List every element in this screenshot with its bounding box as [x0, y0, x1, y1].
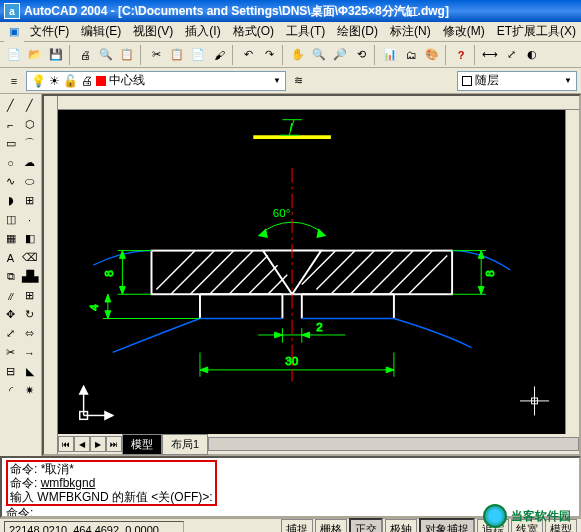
menu-format[interactable]: 格式(O) — [227, 21, 280, 42]
drawing-area[interactable]: I 60° — [58, 110, 565, 430]
layer-prev-icon[interactable]: ≋ — [288, 71, 308, 91]
text-icon[interactable]: A — [2, 249, 20, 267]
fillet-icon[interactable]: ◜ — [2, 382, 20, 400]
grid-toggle[interactable]: 栅格 — [315, 519, 347, 532]
copy-icon[interactable]: 📋 — [167, 45, 187, 65]
preview-icon[interactable]: 🔍 — [96, 45, 116, 65]
copy-obj-icon[interactable]: ⧉ — [2, 268, 20, 286]
undo-icon[interactable]: ↶ — [238, 45, 258, 65]
svg-line-29 — [408, 255, 447, 294]
zoom-prev-icon[interactable]: ⟲ — [351, 45, 371, 65]
redo-icon[interactable]: ↷ — [259, 45, 279, 65]
standard-toolbar: 📄 📂 💾 🖨 🔍 📋 ✂ 📋 📄 🖌 ↶ ↷ ✋ 🔍 🔎 ⟲ 📊 🗂 🎨 ? … — [0, 42, 581, 68]
ellipse-arc-icon[interactable]: ◗ — [2, 192, 20, 210]
polar-toggle[interactable]: 极轴 — [385, 519, 417, 532]
svg-text:2: 2 — [316, 320, 322, 333]
color-dropdown[interactable]: 随层 ▼ — [457, 71, 577, 91]
designcenter-icon[interactable]: 🗂 — [401, 45, 421, 65]
menu-tools[interactable]: 工具(T) — [280, 21, 331, 42]
print-icon[interactable]: 🖨 — [75, 45, 95, 65]
polygon-icon[interactable]: ⬡ — [21, 116, 39, 134]
zoom-win-icon[interactable]: 🔎 — [330, 45, 350, 65]
ortho-toggle[interactable]: 正交 — [349, 518, 383, 532]
stretch-icon[interactable]: ⬄ — [21, 325, 39, 343]
spline-icon[interactable]: ∿ — [2, 173, 20, 191]
scrollbar-vertical[interactable] — [565, 110, 579, 434]
control-icon[interactable]: ▣ — [4, 22, 24, 42]
circle-icon[interactable]: ○ — [2, 154, 20, 172]
dim-radius-icon[interactable]: ◐ — [522, 45, 542, 65]
menu-modify[interactable]: 修改(M) — [437, 21, 491, 42]
xline-icon[interactable]: ╱ — [21, 97, 39, 115]
svg-marker-50 — [275, 332, 283, 338]
menu-draw[interactable]: 绘图(D) — [331, 21, 384, 42]
cut-icon[interactable]: ✂ — [146, 45, 166, 65]
point-icon[interactable]: · — [21, 211, 39, 229]
svg-marker-45 — [478, 286, 484, 294]
layer-manager-icon[interactable]: ≡ — [4, 71, 24, 91]
draw-toolbar: ╱ ╱ ⌐ ⬡ ▭ ⌒ ○ ☁ ∿ ⬭ ◗ ⊞ ◫ · ▦ ◧ A ⌫ ⧉ ▟▙… — [0, 94, 42, 456]
menu-file[interactable]: 文件(F) — [24, 21, 75, 42]
extend-icon[interactable]: → — [21, 344, 39, 362]
menu-dimension[interactable]: 标注(N) — [384, 21, 437, 42]
menu-edit[interactable]: 编辑(E) — [75, 21, 127, 42]
rectangle-icon[interactable]: ▭ — [2, 135, 20, 153]
new-icon[interactable]: 📄 — [4, 45, 24, 65]
cmd-line-3: 输入 WMFBKGND 的新值 <关(OFF)>: — [10, 490, 213, 504]
toolpalette-icon[interactable]: 🎨 — [422, 45, 442, 65]
hatch-icon[interactable]: ▦ — [2, 230, 20, 248]
menu-et[interactable]: ET扩展工具(X) — [491, 21, 581, 42]
dim-aligned-icon[interactable]: ⤢ — [501, 45, 521, 65]
pline-icon[interactable]: ⌐ — [2, 116, 20, 134]
explode-icon[interactable]: ✷ — [21, 382, 39, 400]
region-icon[interactable]: ◧ — [21, 230, 39, 248]
tab-layout1[interactable]: 布局1 — [162, 434, 208, 455]
tab-last-icon[interactable]: ⏭ — [106, 436, 122, 452]
chamfer-icon[interactable]: ◣ — [21, 363, 39, 381]
ellipse-icon[interactable]: ⬭ — [21, 173, 39, 191]
insert-icon[interactable]: ⊞ — [21, 192, 39, 210]
tab-next-icon[interactable]: ▶ — [90, 436, 106, 452]
drawing-canvas[interactable]: I 60° — [42, 94, 581, 456]
line-icon[interactable]: ╱ — [2, 97, 20, 115]
rotate-icon[interactable]: ↻ — [21, 306, 39, 324]
ruler-horizontal — [44, 96, 579, 110]
open-icon[interactable]: 📂 — [25, 45, 45, 65]
scale-icon[interactable]: ⤢ — [2, 325, 20, 343]
offset-icon[interactable]: ⫽ — [2, 287, 20, 305]
tab-first-icon[interactable]: ⏮ — [58, 436, 74, 452]
block-icon[interactable]: ◫ — [2, 211, 20, 229]
menu-insert[interactable]: 插入(I) — [179, 21, 226, 42]
match-icon[interactable]: 🖌 — [209, 45, 229, 65]
zoom-rt-icon[interactable]: 🔍 — [309, 45, 329, 65]
trim-icon[interactable]: ✂ — [2, 344, 20, 362]
svg-text:8: 8 — [483, 270, 496, 276]
dim-linear-icon[interactable]: ⟷ — [480, 45, 500, 65]
layer-dropdown[interactable]: 💡 ☀ 🔓 🖨 中心线 ▼ — [26, 71, 286, 91]
osnap-toggle[interactable]: 对象捕捉 — [419, 518, 475, 532]
erase-icon[interactable]: ⌫ — [21, 249, 39, 267]
revcloud-icon[interactable]: ☁ — [21, 154, 39, 172]
move-icon[interactable]: ✥ — [2, 306, 20, 324]
menu-view[interactable]: 视图(V) — [127, 21, 179, 42]
pan-icon[interactable]: ✋ — [288, 45, 308, 65]
paste-icon[interactable]: 📄 — [188, 45, 208, 65]
publish-icon[interactable]: 📋 — [117, 45, 137, 65]
sun-icon: ☀ — [49, 74, 60, 88]
lock-icon: 🔓 — [63, 74, 78, 88]
snap-toggle[interactable]: 捕捉 — [281, 519, 313, 532]
break-icon[interactable]: ⊟ — [2, 363, 20, 381]
lightbulb-icon: 💡 — [31, 74, 46, 88]
help-icon[interactable]: ? — [451, 45, 471, 65]
array-icon[interactable]: ⊞ — [21, 287, 39, 305]
arc-icon[interactable]: ⌒ — [21, 135, 39, 153]
mirror-icon[interactable]: ▟▙ — [21, 268, 39, 286]
command-highlight: 命令: *取消* 命令: wmfbkgnd 输入 WMFBKGND 的新值 <关… — [6, 460, 217, 506]
tab-prev-icon[interactable]: ◀ — [74, 436, 90, 452]
properties-icon[interactable]: 📊 — [380, 45, 400, 65]
scrollbar-horizontal[interactable] — [208, 437, 579, 451]
tab-model[interactable]: 模型 — [122, 434, 162, 455]
menu-bar: ▣ 文件(F) 编辑(E) 视图(V) 插入(I) 格式(O) 工具(T) 绘图… — [0, 22, 581, 42]
save-icon[interactable]: 💾 — [46, 45, 66, 65]
app-icon: a — [4, 3, 20, 19]
